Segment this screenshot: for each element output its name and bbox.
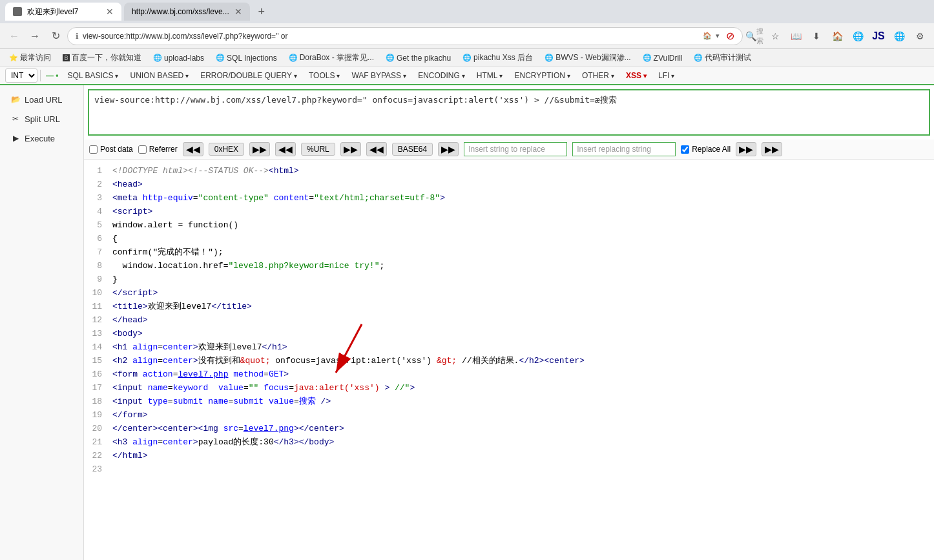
tool-xss[interactable]: XSS xyxy=(621,69,652,82)
arrow-left-hex[interactable]: ◀◀ xyxy=(183,142,203,156)
forward-btn[interactable]: → xyxy=(26,27,44,45)
globe-icon: 🌐 xyxy=(849,27,867,45)
back-btn[interactable]: ← xyxy=(5,27,23,45)
tool-error-double-query[interactable]: ERROR/DOUBLE QUERY xyxy=(195,69,302,82)
arrow-left-b64[interactable]: ◀◀ xyxy=(366,142,387,156)
tool-lfi[interactable]: LFI xyxy=(653,69,680,82)
tool-sql-basics[interactable]: SQL BASICS xyxy=(63,69,124,82)
arrow-left-url[interactable]: ◀◀ xyxy=(275,142,296,156)
tool-encryption[interactable]: ENCRYPTION xyxy=(509,69,575,82)
baidu-icon: 🅱 xyxy=(63,54,70,62)
tool-union-based[interactable]: UNION BASED xyxy=(125,69,194,82)
bookmark-zvuldrill[interactable]: 🌐 ZVulDrill xyxy=(639,52,687,64)
code-line: 15<h2 align=center>没有找到和&quot; onfocus=j… xyxy=(84,355,934,368)
line-number: 16 xyxy=(84,368,110,382)
bookmark-star-btn[interactable]: ☆ xyxy=(766,27,784,45)
new-tab-btn[interactable]: + xyxy=(253,3,271,21)
arrow-right-replace2[interactable]: ▶▶ xyxy=(762,142,782,156)
refresh-wheel-icon[interactable]: ⚙ xyxy=(911,27,929,45)
code-line: 22</html> xyxy=(84,450,934,463)
replace-all-input[interactable] xyxy=(681,145,689,154)
bookmark-sql[interactable]: 🌐 SQL Injections xyxy=(212,52,281,64)
tool-navbar: INT — • SQL BASICS UNION BASED ERROR/DOU… xyxy=(0,67,934,85)
code-line: 21<h3 align=center>payload的长度:30</h3></b… xyxy=(84,436,934,450)
post-data-input[interactable] xyxy=(89,145,98,154)
replace-search-input[interactable] xyxy=(464,142,567,156)
post-data-checkbox[interactable]: Post data xyxy=(89,145,133,154)
hex-btn[interactable]: 0xHEX xyxy=(209,143,244,156)
bookmark-label: BWVS - Web漏洞渗... xyxy=(555,52,630,63)
arrow-right-replace[interactable]: ▶▶ xyxy=(736,142,756,156)
replace-with-input[interactable] xyxy=(572,142,676,156)
address-text: view-source:http://www.bj.com/xss/level7… xyxy=(83,32,699,41)
tool-tools[interactable]: TOOLS xyxy=(304,69,345,82)
bookmark-pikachu-xss[interactable]: 🌐 pikachu Xss 后台 xyxy=(459,51,537,65)
bookmark-label: 百度一下，你就知道 xyxy=(72,52,141,63)
bwvs-icon: 🌐 xyxy=(545,54,554,62)
line-content: <input type=submit name=submit value=搜索 … xyxy=(110,395,934,409)
line-number: 6 xyxy=(84,233,110,246)
referrer-input[interactable] xyxy=(138,145,147,154)
code-line: 3<meta http-equiv="content-type" content… xyxy=(84,192,934,205)
replace-all-checkbox[interactable]: Replace All xyxy=(681,145,731,154)
tab-close-btn-2[interactable]: ✕ xyxy=(234,6,242,17)
toolbar-strip: Post data Referrer ◀◀ 0xHEX ▶▶ ◀◀ %URL ▶… xyxy=(84,140,934,160)
bookmark-upload-labs[interactable]: 🌐 upload-labs xyxy=(149,52,208,64)
tab-active[interactable]: 欢迎来到level7 ✕ xyxy=(5,3,121,21)
line-number: 14 xyxy=(84,341,110,355)
download-btn[interactable]: ⬇ xyxy=(807,27,825,45)
code-line: 5window.alert = function() xyxy=(84,219,934,233)
line-number: 21 xyxy=(84,436,110,450)
load-url-btn[interactable]: 📂 Load URL xyxy=(3,90,81,109)
bookmark-dorabox[interactable]: 🌐 DoraBox - 掌握常见... xyxy=(285,51,378,65)
base64-btn[interactable]: BASE64 xyxy=(392,143,433,156)
tab-close-btn[interactable]: ✕ xyxy=(106,6,114,17)
line-number: 10 xyxy=(84,287,110,300)
bookmark-most-visited[interactable]: ⭐ 最常访问 xyxy=(5,51,55,65)
green-dash-icon: — • xyxy=(46,71,59,80)
reader-view-btn[interactable]: 📖 xyxy=(787,27,805,45)
bookmark-pikachu[interactable]: 🌐 Get the pikachu xyxy=(382,52,455,64)
nav-icons-right: 🔍 搜索 ☆ 📖 ⬇ 🏠 🌐 JS 🌐 ⚙ xyxy=(745,27,929,45)
referrer-checkbox[interactable]: Referrer xyxy=(138,145,178,154)
url-btn[interactable]: %URL xyxy=(301,143,335,156)
split-url-btn[interactable]: ✂ Split URL xyxy=(3,110,81,128)
execute-btn[interactable]: ▶ Execute xyxy=(3,129,81,147)
refresh-btn[interactable]: ↻ xyxy=(47,27,65,45)
arrow-right-b64[interactable]: ▶▶ xyxy=(438,142,459,156)
address-bar[interactable]: ℹ view-source:http://www.bj.com/xss/leve… xyxy=(67,27,743,45)
tool-other[interactable]: OTHER xyxy=(577,69,619,82)
url-input-container[interactable] xyxy=(88,89,930,136)
bookmark-bwvs[interactable]: 🌐 BWVS - Web漏洞渗... xyxy=(541,51,634,65)
bookmark-baidu[interactable]: 🅱 百度一下，你就知道 xyxy=(59,51,145,65)
browser-nav-bar: ← → ↻ ℹ view-source:http://www.bj.com/xs… xyxy=(0,23,934,49)
js-icon: JS xyxy=(869,27,887,45)
code-line: 18<input type=submit name=submit value=搜… xyxy=(84,395,934,409)
bookmark-code-audit[interactable]: 🌐 代码审计测试 xyxy=(690,51,755,65)
bookmark-label: pikachu Xss 后台 xyxy=(473,52,533,63)
bookmark-label: 代码审计测试 xyxy=(705,52,751,63)
home-icon: 🏠 xyxy=(703,32,712,40)
url-input-field[interactable] xyxy=(89,90,929,132)
code-line: 12</head> xyxy=(84,314,934,327)
split-url-label: Split URL xyxy=(25,114,60,124)
line-number: 17 xyxy=(84,382,110,395)
main-area: 📂 Load URL ✂ Split URL ▶ Execute Post da… xyxy=(0,85,934,560)
tool-encoding[interactable]: ENCODING xyxy=(413,69,470,82)
pikachu-icon: 🌐 xyxy=(386,54,395,62)
load-url-icon: 📂 xyxy=(10,94,21,105)
line-number: 4 xyxy=(84,205,110,219)
search-glass-icon: 🔍 xyxy=(745,31,756,41)
tool-waf-bypass[interactable]: WAF BYPASS xyxy=(346,69,411,82)
arrow-right-hex[interactable]: ▶▶ xyxy=(249,142,270,156)
line-content: <h2 align=center>没有找到和&quot; onfocus=jav… xyxy=(110,355,934,368)
line-number: 19 xyxy=(84,409,110,422)
tab-inactive[interactable]: http://www.bj.com/xss/leve... ✕ xyxy=(124,3,250,21)
int-select[interactable]: INT xyxy=(5,68,37,83)
home-nav-btn[interactable]: 🏠 xyxy=(828,27,846,45)
arrow-right-url[interactable]: ▶▶ xyxy=(340,142,361,156)
code-line: 20</center><center><img src=level7.png><… xyxy=(84,422,934,436)
tool-html[interactable]: HTML xyxy=(472,69,508,82)
search-input-nav[interactable]: 🔍 搜索 xyxy=(745,27,763,45)
line-content: </form> xyxy=(110,409,934,422)
